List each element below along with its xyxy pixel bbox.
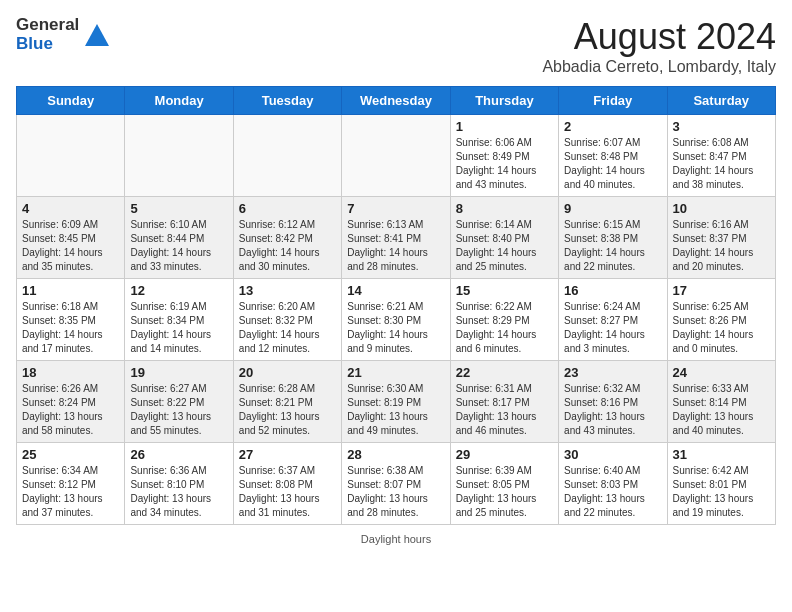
days-header: SundayMondayTuesdayWednesdayThursdayFrid… <box>17 87 776 115</box>
calendar-cell: 17Sunrise: 6:25 AM Sunset: 8:26 PM Dayli… <box>667 279 775 361</box>
date-number: 4 <box>22 201 119 216</box>
cell-info: Sunrise: 6:40 AM Sunset: 8:03 PM Dayligh… <box>564 464 661 520</box>
page-header: General Blue August 2024 Abbadia Cerreto… <box>16 16 776 76</box>
calendar-cell: 2Sunrise: 6:07 AM Sunset: 8:48 PM Daylig… <box>559 115 667 197</box>
calendar-cell: 25Sunrise: 6:34 AM Sunset: 8:12 PM Dayli… <box>17 443 125 525</box>
date-number: 21 <box>347 365 444 380</box>
cell-info: Sunrise: 6:19 AM Sunset: 8:34 PM Dayligh… <box>130 300 227 356</box>
calendar-cell: 30Sunrise: 6:40 AM Sunset: 8:03 PM Dayli… <box>559 443 667 525</box>
cell-info: Sunrise: 6:37 AM Sunset: 8:08 PM Dayligh… <box>239 464 336 520</box>
date-number: 22 <box>456 365 553 380</box>
calendar-cell <box>233 115 341 197</box>
location-title: Abbadia Cerreto, Lombardy, Italy <box>542 58 776 76</box>
date-number: 2 <box>564 119 661 134</box>
date-number: 20 <box>239 365 336 380</box>
month-title: August 2024 <box>542 16 776 58</box>
svg-marker-0 <box>85 24 109 46</box>
calendar-cell: 13Sunrise: 6:20 AM Sunset: 8:32 PM Dayli… <box>233 279 341 361</box>
cell-info: Sunrise: 6:07 AM Sunset: 8:48 PM Dayligh… <box>564 136 661 192</box>
cell-info: Sunrise: 6:33 AM Sunset: 8:14 PM Dayligh… <box>673 382 770 438</box>
cell-info: Sunrise: 6:27 AM Sunset: 8:22 PM Dayligh… <box>130 382 227 438</box>
calendar-cell: 27Sunrise: 6:37 AM Sunset: 8:08 PM Dayli… <box>233 443 341 525</box>
calendar-cell: 10Sunrise: 6:16 AM Sunset: 8:37 PM Dayli… <box>667 197 775 279</box>
calendar-cell: 15Sunrise: 6:22 AM Sunset: 8:29 PM Dayli… <box>450 279 558 361</box>
calendar-cell <box>342 115 450 197</box>
date-number: 23 <box>564 365 661 380</box>
cell-info: Sunrise: 6:31 AM Sunset: 8:17 PM Dayligh… <box>456 382 553 438</box>
calendar-body: 1Sunrise: 6:06 AM Sunset: 8:49 PM Daylig… <box>17 115 776 525</box>
date-number: 8 <box>456 201 553 216</box>
week-row-4: 18Sunrise: 6:26 AM Sunset: 8:24 PM Dayli… <box>17 361 776 443</box>
cell-info: Sunrise: 6:13 AM Sunset: 8:41 PM Dayligh… <box>347 218 444 274</box>
date-number: 31 <box>673 447 770 462</box>
cell-info: Sunrise: 6:12 AM Sunset: 8:42 PM Dayligh… <box>239 218 336 274</box>
calendar-cell: 29Sunrise: 6:39 AM Sunset: 8:05 PM Dayli… <box>450 443 558 525</box>
calendar-cell: 8Sunrise: 6:14 AM Sunset: 8:40 PM Daylig… <box>450 197 558 279</box>
logo: General Blue <box>16 16 111 53</box>
cell-info: Sunrise: 6:20 AM Sunset: 8:32 PM Dayligh… <box>239 300 336 356</box>
calendar-cell: 19Sunrise: 6:27 AM Sunset: 8:22 PM Dayli… <box>125 361 233 443</box>
date-number: 3 <box>673 119 770 134</box>
week-row-3: 11Sunrise: 6:18 AM Sunset: 8:35 PM Dayli… <box>17 279 776 361</box>
date-number: 27 <box>239 447 336 462</box>
cell-info: Sunrise: 6:32 AM Sunset: 8:16 PM Dayligh… <box>564 382 661 438</box>
calendar-table: SundayMondayTuesdayWednesdayThursdayFrid… <box>16 86 776 525</box>
cell-info: Sunrise: 6:36 AM Sunset: 8:10 PM Dayligh… <box>130 464 227 520</box>
calendar-cell: 7Sunrise: 6:13 AM Sunset: 8:41 PM Daylig… <box>342 197 450 279</box>
calendar-cell: 24Sunrise: 6:33 AM Sunset: 8:14 PM Dayli… <box>667 361 775 443</box>
calendar-cell <box>17 115 125 197</box>
cell-info: Sunrise: 6:09 AM Sunset: 8:45 PM Dayligh… <box>22 218 119 274</box>
cell-info: Sunrise: 6:42 AM Sunset: 8:01 PM Dayligh… <box>673 464 770 520</box>
date-number: 30 <box>564 447 661 462</box>
date-number: 13 <box>239 283 336 298</box>
cell-info: Sunrise: 6:26 AM Sunset: 8:24 PM Dayligh… <box>22 382 119 438</box>
week-row-1: 1Sunrise: 6:06 AM Sunset: 8:49 PM Daylig… <box>17 115 776 197</box>
date-number: 28 <box>347 447 444 462</box>
day-header-monday: Monday <box>125 87 233 115</box>
calendar-cell <box>125 115 233 197</box>
cell-info: Sunrise: 6:38 AM Sunset: 8:07 PM Dayligh… <box>347 464 444 520</box>
week-row-5: 25Sunrise: 6:34 AM Sunset: 8:12 PM Dayli… <box>17 443 776 525</box>
cell-info: Sunrise: 6:28 AM Sunset: 8:21 PM Dayligh… <box>239 382 336 438</box>
calendar-cell: 31Sunrise: 6:42 AM Sunset: 8:01 PM Dayli… <box>667 443 775 525</box>
cell-info: Sunrise: 6:25 AM Sunset: 8:26 PM Dayligh… <box>673 300 770 356</box>
calendar-cell: 6Sunrise: 6:12 AM Sunset: 8:42 PM Daylig… <box>233 197 341 279</box>
calendar-cell: 28Sunrise: 6:38 AM Sunset: 8:07 PM Dayli… <box>342 443 450 525</box>
logo-general: General <box>16 16 79 35</box>
date-number: 6 <box>239 201 336 216</box>
cell-info: Sunrise: 6:24 AM Sunset: 8:27 PM Dayligh… <box>564 300 661 356</box>
calendar-cell: 22Sunrise: 6:31 AM Sunset: 8:17 PM Dayli… <box>450 361 558 443</box>
cell-info: Sunrise: 6:34 AM Sunset: 8:12 PM Dayligh… <box>22 464 119 520</box>
day-header-friday: Friday <box>559 87 667 115</box>
calendar-cell: 26Sunrise: 6:36 AM Sunset: 8:10 PM Dayli… <box>125 443 233 525</box>
calendar-cell: 11Sunrise: 6:18 AM Sunset: 8:35 PM Dayli… <box>17 279 125 361</box>
logo-icon <box>83 22 111 50</box>
date-number: 10 <box>673 201 770 216</box>
calendar-cell: 12Sunrise: 6:19 AM Sunset: 8:34 PM Dayli… <box>125 279 233 361</box>
calendar-cell: 16Sunrise: 6:24 AM Sunset: 8:27 PM Dayli… <box>559 279 667 361</box>
date-number: 19 <box>130 365 227 380</box>
date-number: 15 <box>456 283 553 298</box>
day-header-saturday: Saturday <box>667 87 775 115</box>
logo-blue: Blue <box>16 35 79 54</box>
date-number: 11 <box>22 283 119 298</box>
cell-info: Sunrise: 6:10 AM Sunset: 8:44 PM Dayligh… <box>130 218 227 274</box>
title-block: August 2024 Abbadia Cerreto, Lombardy, I… <box>542 16 776 76</box>
date-number: 29 <box>456 447 553 462</box>
calendar-cell: 9Sunrise: 6:15 AM Sunset: 8:38 PM Daylig… <box>559 197 667 279</box>
date-number: 17 <box>673 283 770 298</box>
cell-info: Sunrise: 6:16 AM Sunset: 8:37 PM Dayligh… <box>673 218 770 274</box>
cell-info: Sunrise: 6:22 AM Sunset: 8:29 PM Dayligh… <box>456 300 553 356</box>
calendar-cell: 14Sunrise: 6:21 AM Sunset: 8:30 PM Dayli… <box>342 279 450 361</box>
calendar-cell: 4Sunrise: 6:09 AM Sunset: 8:45 PM Daylig… <box>17 197 125 279</box>
week-row-2: 4Sunrise: 6:09 AM Sunset: 8:45 PM Daylig… <box>17 197 776 279</box>
day-header-sunday: Sunday <box>17 87 125 115</box>
calendar-cell: 1Sunrise: 6:06 AM Sunset: 8:49 PM Daylig… <box>450 115 558 197</box>
day-header-thursday: Thursday <box>450 87 558 115</box>
cell-info: Sunrise: 6:39 AM Sunset: 8:05 PM Dayligh… <box>456 464 553 520</box>
calendar-cell: 18Sunrise: 6:26 AM Sunset: 8:24 PM Dayli… <box>17 361 125 443</box>
date-number: 18 <box>22 365 119 380</box>
calendar-cell: 21Sunrise: 6:30 AM Sunset: 8:19 PM Dayli… <box>342 361 450 443</box>
cell-info: Sunrise: 6:21 AM Sunset: 8:30 PM Dayligh… <box>347 300 444 356</box>
day-header-wednesday: Wednesday <box>342 87 450 115</box>
